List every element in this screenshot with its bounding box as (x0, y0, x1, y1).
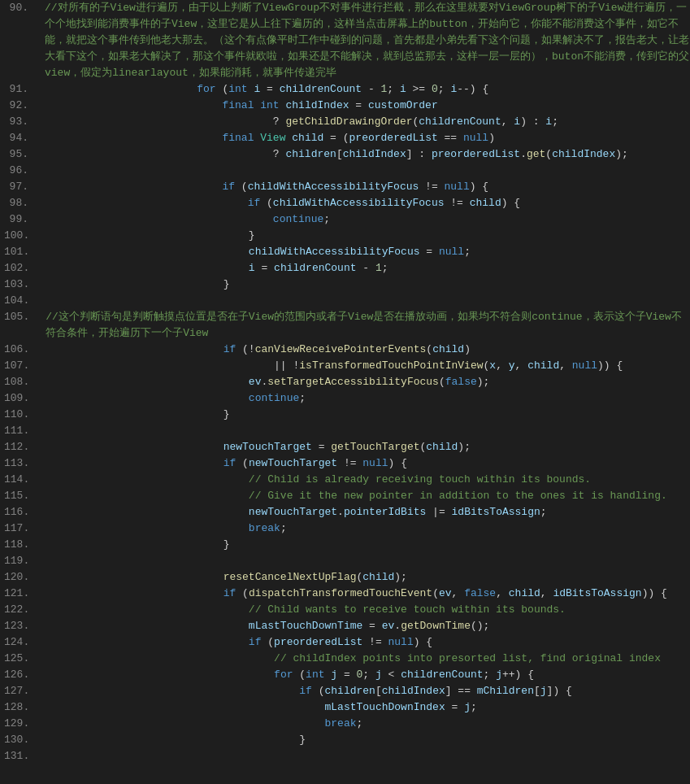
line-number: 128. (0, 699, 41, 716)
line-number: 94. (0, 130, 41, 146)
line-number: 91. (0, 81, 41, 98)
line-number: 108. (0, 374, 41, 390)
line-content: } (41, 537, 690, 553)
table-row: 121. if (dispatchTransformedTouchEvent(e… (0, 586, 690, 602)
table-row: 92. final int childIndex = customOrder (0, 98, 690, 114)
line-number: 102. (0, 260, 41, 277)
line-number: 110. (0, 407, 41, 423)
table-row: 124. if (preorderedList != null) { (0, 634, 690, 651)
table-row: 94. final View child = (preorderedList =… (0, 130, 690, 146)
line-content: if (newTouchTarget != null) { (41, 455, 690, 472)
table-row: 131. (0, 748, 690, 764)
table-row: 119. (0, 553, 690, 569)
line-number: 103. (0, 277, 41, 293)
line-number: 123. (0, 618, 41, 634)
line-number: 119. (0, 553, 41, 569)
line-content: || !isTransformedTouchPointInView(x, y, … (41, 358, 690, 374)
table-row: 110. } (0, 407, 690, 423)
line-content (41, 423, 690, 439)
line-number: 115. (0, 488, 41, 504)
table-row: 103. } (0, 277, 690, 293)
line-content: continue; (41, 390, 690, 407)
line-number: 120. (0, 569, 41, 586)
table-row: 113. if (newTouchTarget != null) { (0, 455, 690, 472)
line-content: i = childrenCount - 1; (41, 260, 690, 277)
line-number: 121. (0, 586, 41, 602)
line-content: if (children[childIndex] == mChildren[j]… (41, 683, 690, 699)
line-content: ? getChildDrawingOrder(childrenCount, i)… (41, 114, 690, 130)
line-number: 100. (0, 228, 41, 244)
line-content: //对所有的子View进行遍历，由于以上判断了ViewGroup不对事件进行拦截… (41, 0, 690, 81)
table-row: 100. } (0, 228, 690, 244)
line-number: 131. (0, 748, 41, 764)
table-row: 99. continue; (0, 211, 690, 228)
line-content: mLastTouchDownIndex = j; (41, 699, 690, 716)
table-row: 105. //这个判断语句是判断触摸点位置是否在子View的范围内或者子View… (0, 309, 690, 342)
line-content: if (preorderedList != null) { (41, 634, 690, 651)
table-row: 109. continue; (0, 390, 690, 407)
line-content: newTouchTarget.pointerIdBits |= idBitsTo… (41, 504, 690, 520)
line-content: } (41, 228, 690, 244)
line-number: 109. (0, 390, 41, 407)
table-row: 112. newTouchTarget = getTouchTarget(chi… (0, 439, 690, 455)
line-content: // Give it the new pointer in addition t… (41, 488, 690, 504)
line-content (41, 163, 690, 179)
table-row: 91. for (int i = childrenCount - 1; i >=… (0, 81, 690, 98)
line-number: 101. (0, 244, 41, 260)
line-number: 104. (0, 293, 41, 309)
table-row: 130. } (0, 732, 690, 748)
line-number: 112. (0, 439, 41, 455)
table-row: 104. (0, 293, 690, 309)
table-row: 96. (0, 163, 690, 179)
line-content: mLastTouchDownTime = ev.getDownTime(); (41, 618, 690, 634)
line-content: } (41, 277, 690, 293)
table-row: 97. if (childWithAccessibilityFocus != n… (0, 179, 690, 195)
table-row: 106. if (!canViewReceivePointerEvents(ch… (0, 342, 690, 358)
line-content: break; (41, 716, 690, 732)
line-number: 125. (0, 651, 41, 667)
line-content (41, 293, 690, 309)
line-number: 90. (0, 0, 41, 81)
line-number: 93. (0, 114, 41, 130)
table-row: 101. childWithAccessibilityFocus = null; (0, 244, 690, 260)
line-content: } (41, 407, 690, 423)
table-row: 108. ev.setTargetAccessibilityFocus(fals… (0, 374, 690, 390)
table-row: 118. } (0, 537, 690, 553)
line-content: if (!canViewReceivePointerEvents(child) (41, 342, 690, 358)
table-row: 116. newTouchTarget.pointerIdBits |= idB… (0, 504, 690, 520)
line-number: 99. (0, 211, 41, 228)
line-content: ev.setTargetAccessibilityFocus(false); (41, 374, 690, 390)
line-content: if (childWithAccessibilityFocus != child… (41, 195, 690, 211)
line-content: continue; (41, 211, 690, 228)
line-number: 126. (0, 667, 41, 683)
table-row: 122. // Child wants to receive touch wit… (0, 602, 690, 618)
line-number: 122. (0, 602, 41, 618)
table-row: 115. // Give it the new pointer in addit… (0, 488, 690, 504)
line-number: 96. (0, 163, 41, 179)
line-content: for (int j = 0; j < childrenCount; j++) … (41, 667, 690, 683)
line-content: if (dispatchTransformedTouchEvent(ev, fa… (41, 586, 690, 602)
line-content: // childIndex points into presorted list… (41, 651, 690, 667)
line-number: 129. (0, 716, 41, 732)
line-content: childWithAccessibilityFocus = null; (41, 244, 690, 260)
line-number: 105. (0, 309, 41, 342)
table-row: 126. for (int j = 0; j < childrenCount; … (0, 667, 690, 683)
table-row: 125. // childIndex points into presorted… (0, 651, 690, 667)
line-number: 130. (0, 732, 41, 748)
line-number: 118. (0, 537, 41, 553)
table-row: 93. ? getChildDrawingOrder(childrenCount… (0, 114, 690, 130)
table-row: 98. if (childWithAccessibilityFocus != c… (0, 195, 690, 211)
table-row: 107. || !isTransformedTouchPointInView(x… (0, 358, 690, 374)
line-number: 117. (0, 520, 41, 537)
line-content: if (childWithAccessibilityFocus != null)… (41, 179, 690, 195)
line-number: 106. (0, 342, 41, 358)
line-content: //这个判断语句是判断触摸点位置是否在子View的范围内或者子View是否在播放… (41, 309, 690, 342)
table-row: 114. // Child is already receiving touch… (0, 472, 690, 488)
line-number: 124. (0, 634, 41, 651)
line-number: 92. (0, 98, 41, 114)
line-number: 98. (0, 195, 41, 211)
line-number: 116. (0, 504, 41, 520)
line-content: newTouchTarget = getTouchTarget(child); (41, 439, 690, 455)
line-content: ? children[childIndex] : preorderedList.… (41, 146, 690, 163)
line-content: } (41, 732, 690, 748)
